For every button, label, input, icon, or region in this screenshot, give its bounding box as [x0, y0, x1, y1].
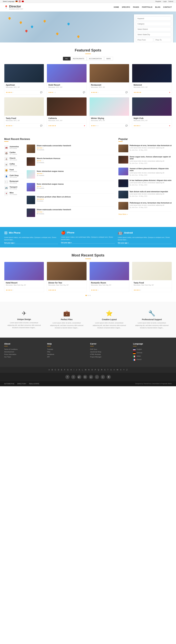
footer-link[interactable]: Our Team [4, 356, 43, 358]
alpha-w[interactable]: W [116, 368, 119, 371]
footer-link[interactable]: Advertisement [4, 351, 43, 353]
social-google-plus[interactable]: g+ [77, 375, 81, 379]
price-to-input[interactable] [154, 38, 171, 42]
flag-ch[interactable] [22, 1, 24, 2]
social-facebook[interactable]: f [65, 375, 70, 379]
filter-bars[interactable]: BARS [104, 57, 113, 60]
alpha-x[interactable]: X [120, 368, 122, 371]
alpha-y[interactable]: Y [123, 368, 125, 371]
social-star[interactable]: ★ [107, 375, 111, 379]
comment-icon[interactable]: 💬 [83, 91, 85, 93]
alpha-o[interactable]: O [91, 368, 93, 371]
alpha-p[interactable]: P [94, 368, 97, 371]
nav-contact[interactable]: CONTACT [163, 6, 172, 8]
alpha-r[interactable]: R [100, 368, 103, 371]
footer-link[interactable]: HTML Rockstar [90, 354, 129, 355]
dot-2[interactable] [88, 295, 89, 296]
heart-icon[interactable]: ♥ [84, 124, 85, 127]
location-input[interactable] [136, 27, 171, 31]
alpha-s[interactable]: S [104, 368, 106, 371]
dot-3[interactable] [89, 295, 91, 296]
footer-link[interactable]: Handbook [47, 354, 86, 355]
social-linkedin[interactable]: in [83, 375, 87, 379]
alpha-d[interactable]: D [57, 368, 60, 371]
alpha-t[interactable]: T [107, 368, 109, 371]
alpha-z[interactable]: Z [126, 368, 128, 371]
category-item-coffee[interactable]: ☕ Coffee 345 reviews [4, 162, 24, 168]
footer-link[interactable]: Tutorials [47, 348, 86, 350]
view-more-link[interactable]: View More » [118, 213, 128, 215]
lang-french[interactable]: French [133, 358, 172, 361]
category-item-castles[interactable]: 🏰 Castles 227 reviews [4, 150, 24, 156]
alpha-a[interactable]: A [48, 368, 50, 371]
footer-link[interactable]: FAQ [47, 351, 86, 353]
nav-pages[interactable]: PAGES [133, 6, 139, 8]
alpha-h[interactable]: H [70, 368, 72, 371]
footer-link[interactable]: Project Manager [90, 356, 129, 358]
category-item-restaurant[interactable]: 🍽️ Restaurant 342 reviews [4, 179, 24, 185]
login-link[interactable]: Login [163, 0, 167, 2]
lang-german[interactable]: German [133, 352, 172, 354]
alpha-m[interactable]: M [84, 368, 87, 371]
alpha-g[interactable]: G [66, 368, 69, 371]
iphone-link[interactable]: Get your app » [61, 242, 115, 244]
comment-icon[interactable]: 💬 [40, 124, 42, 127]
alpha-q[interactable]: Q [97, 368, 100, 371]
alpha-k[interactable]: K [78, 368, 81, 371]
price-from-input[interactable] [136, 38, 153, 42]
filter-accomodation[interactable]: ACCOMODATION [87, 57, 104, 60]
dot-1[interactable] [86, 295, 87, 296]
social-music[interactable]: ♪ [95, 375, 99, 379]
lang-link[interactable]: French [137, 358, 142, 360]
comment-icon[interactable]: 💬 [40, 91, 42, 93]
winphone-link[interactable]: Get your app » [4, 242, 58, 244]
nav-specific[interactable]: SPECIFIC [122, 6, 130, 8]
nav-portfolio[interactable]: PORTFOLIO [142, 6, 153, 8]
lang-link[interactable]: English [137, 348, 142, 350]
footer-link[interactable]: API [47, 356, 86, 358]
alpha-c[interactable]: C [54, 368, 57, 371]
register-link[interactable]: Register [156, 0, 161, 2]
alpha-n[interactable]: N [88, 368, 90, 371]
flag-at[interactable] [19, 1, 21, 2]
social-vimeo[interactable]: v [101, 375, 105, 379]
footer-bottom-automotive[interactable]: AUTOMOTIVE [4, 383, 14, 384]
submit-link[interactable]: Submit [169, 0, 173, 2]
social-twitter[interactable]: t [71, 375, 75, 379]
category-item-automotive[interactable]: 🚗 Automotive 540 reviews [4, 144, 24, 150]
alpha-j[interactable]: J [75, 368, 78, 371]
category-input[interactable] [136, 22, 171, 26]
lang-link[interactable]: Italian [137, 355, 141, 357]
footer-link[interactable]: PHP Guru [90, 348, 129, 350]
nav-home[interactable]: HOME [114, 6, 119, 8]
flag-de[interactable] [15, 1, 17, 2]
state-input[interactable] [136, 32, 171, 37]
lang-italian[interactable]: Italian [133, 355, 172, 358]
footer-bottom-realestate[interactable]: REAL ESTATE [29, 383, 39, 384]
comment-icon[interactable]: 💬 [125, 91, 128, 93]
alpha-v[interactable]: V [113, 368, 115, 371]
alpha-l[interactable]: L [81, 368, 84, 371]
footer-link[interactable]: Press Information [4, 354, 43, 355]
filter-restaurants[interactable]: RESTAURANTS [70, 57, 87, 60]
lang-english[interactable]: English [133, 348, 172, 351]
heart-icon[interactable]: ♥ [169, 91, 170, 94]
footer-link[interactable]: Terms & Conditions [4, 348, 43, 350]
category-item-wine[interactable]: 🍷 Wine 371 reviews [4, 191, 24, 196]
alpha-b[interactable]: B [51, 368, 53, 371]
alpha-i[interactable]: I [73, 368, 75, 371]
category-item-transport[interactable]: 🚌 Transport 323 reviews [4, 185, 24, 191]
filter-all[interactable]: ALL [63, 57, 70, 60]
heart-icon[interactable]: ♥ [169, 124, 170, 127]
footer-link[interactable]: JavaScript Ninja [90, 351, 129, 353]
comment-icon[interactable]: 💬 [125, 124, 128, 127]
social-pinterest[interactable]: p [89, 375, 93, 379]
nav-blog[interactable]: BLOG [155, 6, 161, 8]
language-selector[interactable]: Select Language [3, 0, 24, 2]
category-item-food[interactable]: 🍔 Food 643 reviews [4, 168, 24, 173]
lang-link[interactable]: German [137, 352, 142, 354]
category-item-clothshop[interactable]: 👗 Cloth Shop 345 reviews [4, 173, 24, 179]
android-link[interactable]: Get your app » [118, 242, 172, 244]
category-item-church[interactable]: ⛪ Church 420 reviews [4, 156, 24, 162]
alpha-f[interactable]: F [63, 368, 66, 371]
